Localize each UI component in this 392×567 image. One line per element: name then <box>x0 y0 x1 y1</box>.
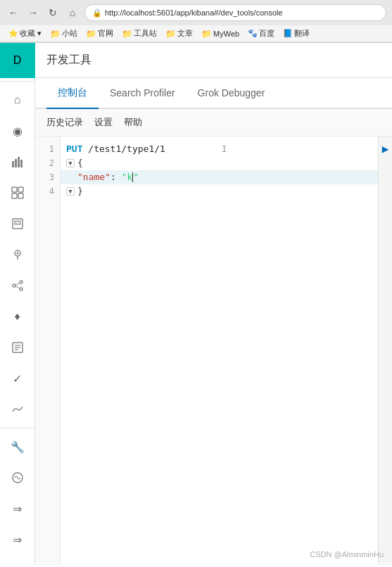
sidebar-item-discover[interactable]: ◉ <box>4 117 32 145</box>
line-num-4: 4 <box>35 184 60 198</box>
line-num-1: 1 <box>35 142 60 156</box>
folder-icon: 📁 <box>86 29 96 39</box>
svg-line-15 <box>15 283 20 286</box>
val-k: "k <box>122 170 133 184</box>
settings-button[interactable]: 设置 <box>94 115 113 130</box>
sidebar-item-graph[interactable]: ♦ <box>4 302 32 331</box>
address-bar[interactable]: 🔒 http://localhost:5601/app/kibana#/dev_… <box>84 4 386 21</box>
svg-rect-3 <box>20 160 23 167</box>
cursor-indicator: I <box>222 142 227 156</box>
app-title: 开发工具 <box>46 53 91 68</box>
svg-line-16 <box>15 286 20 289</box>
sidebar-divider-mid <box>0 428 34 428</box>
bookmark-baidu-label: 百度 <box>259 28 274 39</box>
code-editor[interactable]: PUT /test1/type1/1 I ▼ { "name" : "k" <box>61 136 378 565</box>
app-container: D ⌂ ◉ ♦ ✓ 🔧 ⇒ ⇒ <box>0 43 392 565</box>
folder-icon: 📁 <box>201 29 212 39</box>
svg-point-12 <box>13 284 15 287</box>
tab-console[interactable]: 控制台 <box>46 78 99 109</box>
colon-sep: : <box>110 170 122 184</box>
app-topbar: 开发工具 <box>35 43 392 78</box>
fold-button-4[interactable]: ▼ <box>66 187 75 196</box>
bookmark-collect-label: 收藏 ▾ <box>20 28 42 39</box>
folder-icon: 📁 <box>50 29 61 39</box>
paw-icon: 🐾 <box>248 29 258 38</box>
bookmark-fanyi[interactable]: 📘 翻译 <box>280 27 312 39</box>
secure-icon: 🔒 <box>92 8 102 18</box>
bookmark-gongju[interactable]: 📁 工具站 <box>119 27 160 39</box>
svg-rect-0 <box>12 161 14 167</box>
bookmark-guanwang-label: 官网 <box>98 28 113 39</box>
bookmark-guanwang[interactable]: 📁 官网 <box>83 27 116 39</box>
main-content: 开发工具 控制台 Search Profiler Grok Debugger 历… <box>35 43 392 565</box>
editor-area[interactable]: 1 2 3 4 PUT /test1/type1/1 I ▼ { <box>35 136 392 565</box>
editor-line-2: ▼ { <box>61 156 378 170</box>
sidebar-item-logging[interactable] <box>4 333 32 362</box>
sidebar-item-maps[interactable] <box>4 241 32 269</box>
tab-search-profiler[interactable]: Search Profiler <box>99 79 186 108</box>
sidebar-item-home[interactable]: ⌂ <box>4 86 32 114</box>
fold-button-2[interactable]: ▼ <box>66 159 75 167</box>
svg-point-11 <box>16 253 18 255</box>
url-text: http://localhost:5601/app/kibana#/dev_to… <box>105 8 283 17</box>
svg-rect-1 <box>15 159 17 167</box>
tabs-nav: 控制台 Search Profiler Grok Debugger <box>35 78 392 109</box>
editor-line-3: "name" : "k" <box>61 170 378 184</box>
history-button[interactable]: 历史记录 <box>46 115 83 130</box>
back-button[interactable]: ← <box>6 5 21 20</box>
sub-toolbar: 历史记录 设置 帮助 <box>35 109 392 136</box>
star-icon: ⭐ <box>8 29 18 38</box>
svg-point-13 <box>20 281 23 284</box>
sidebar-item-dashboard[interactable] <box>4 179 32 207</box>
sidebar-item-monitoring[interactable] <box>4 464 32 492</box>
sidebar-item-ml[interactable] <box>4 272 32 300</box>
sidebar-item-devtools[interactable]: 🔧 <box>4 433 32 461</box>
watermark-text: CSDN @AlminminHu <box>310 550 384 559</box>
bookmark-baidu[interactable]: 🐾 百度 <box>245 27 277 39</box>
bookmark-fanyi-label: 翻译 <box>294 28 310 39</box>
svg-rect-7 <box>18 193 23 198</box>
bookmark-myweb-label: MyWeb <box>213 30 239 38</box>
app-logo[interactable]: D <box>0 43 35 78</box>
val-end-quote: " <box>133 170 139 184</box>
browser-chrome: ← → ↻ ⌂ 🔒 http://localhost:5601/app/kiba… <box>0 0 392 43</box>
keyword-put: PUT <box>66 142 82 156</box>
close-brace: } <box>77 184 83 198</box>
bookmark-wenzhang-label: 文章 <box>177 28 193 39</box>
line-num-3: 3 <box>35 170 60 184</box>
bookmark-collect[interactable]: ⭐ 收藏 ▾ <box>6 27 44 39</box>
key-name: "name" <box>77 170 110 184</box>
forward-button[interactable]: → <box>25 5 41 20</box>
sidebar-item-canvas[interactable] <box>4 210 32 238</box>
sidebar-item-visualize[interactable] <box>4 148 32 176</box>
right-panel: ▶ <box>378 136 392 565</box>
bookmark-myweb[interactable]: 📁 MyWeb <box>198 28 242 39</box>
bookmark-xiaozhan-label: 小站 <box>62 28 77 39</box>
sidebar-item-uptime[interactable] <box>4 395 32 423</box>
sidebar-item-arrow1[interactable]: ⇒ <box>4 495 32 523</box>
watermark: CSDN @AlminminHu <box>310 550 384 559</box>
open-brace: { <box>77 156 83 170</box>
sidebar-item-apm[interactable]: ✓ <box>4 364 32 393</box>
path-text: /test1/type1/1 <box>88 142 165 156</box>
svg-rect-5 <box>18 187 23 192</box>
run-indicator: ▶ <box>382 142 389 155</box>
svg-rect-6 <box>12 193 17 198</box>
bookmark-xiaozhan[interactable]: 📁 小站 <box>47 27 80 39</box>
svg-point-14 <box>20 288 23 291</box>
editor-line-4: ▼ } <box>61 184 378 198</box>
tab-grok-debugger[interactable]: Grok Debugger <box>186 79 277 108</box>
svg-rect-9 <box>15 221 20 224</box>
line-numbers: 1 2 3 4 <box>35 136 61 565</box>
sidebar-divider-top <box>0 81 34 82</box>
bookmarks-bar: ⭐ 收藏 ▾ 📁 小站 📁 官网 📁 工具站 📁 文章 📁 MyWeb 🐾 百度 <box>0 25 392 42</box>
bookmark-wenzhang[interactable]: 📁 文章 <box>163 27 196 39</box>
browser-nav: ← → ↻ ⌂ 🔒 http://localhost:5601/app/kiba… <box>0 0 392 25</box>
logo-text: D <box>13 54 22 67</box>
translate-icon: 📘 <box>283 29 293 38</box>
home-button[interactable]: ⌂ <box>65 5 80 20</box>
help-button[interactable]: 帮助 <box>124 115 142 130</box>
sidebar: D ⌂ ◉ ♦ ✓ 🔧 ⇒ ⇒ <box>0 43 35 565</box>
refresh-button[interactable]: ↻ <box>45 5 61 20</box>
sidebar-item-arrow2[interactable]: ⇒ <box>4 525 32 554</box>
